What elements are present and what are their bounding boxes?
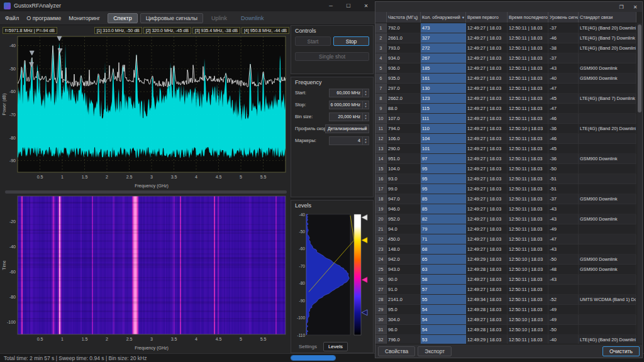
plot-splitter[interactable] xyxy=(5,190,287,194)
spinner-markers[interactable]: ▲▼ xyxy=(362,137,369,145)
cell-count: 104 xyxy=(421,134,466,143)
level-slider-white[interactable] xyxy=(362,215,367,221)
table-row[interactable]: 25943.06312:49:28 | 18.0312:50:10 | 18.0… xyxy=(375,265,636,275)
table-row[interactable]: 7297.013012:49:27 | 18.0312:50:11 | 18.0… xyxy=(375,84,636,94)
cell-first: 12:49:27 | 18.03 xyxy=(466,285,508,294)
table-row[interactable]: 11794.011012:49:27 | 18.0312:50:10 | 18.… xyxy=(375,124,636,134)
spectrum-plot[interactable]: 0.511.522.533.544.555.5-40-50-60-70-80-9… xyxy=(1,35,289,189)
cell-freq: 104.0 xyxy=(387,164,421,173)
single-shot-button[interactable]: Single shot xyxy=(295,52,369,61)
detections-table: Частота (МГц)Кол. обнаружений▼Время перв… xyxy=(375,12,642,344)
cell-num: 13 xyxy=(375,144,387,153)
field-stop[interactable]: 6 000,000 MHz▲▼ xyxy=(329,101,369,109)
table-row[interactable]: 2995.05412:49:28 | 18.0312:50:11 | 18.03… xyxy=(375,305,636,315)
table-row[interactable]: 2194.07912:49:27 | 18.0312:50:11 | 18.03… xyxy=(375,224,636,234)
column-header-first[interactable]: Время первого xyxy=(466,12,508,23)
table-row[interactable]: 10107.011112:49:27 | 18.0312:50:11 | 18.… xyxy=(375,114,636,124)
cell-standard xyxy=(579,174,636,184)
table-row[interactable]: 2791.05712:49:27 | 18.0312:50:11 | 18.03 xyxy=(375,285,636,295)
tab-digital-signals[interactable]: Цифровые сигналы xyxy=(140,13,203,23)
table-row[interactable]: 20952.08212:49:27 | 18.0312:50:11 | 18.0… xyxy=(375,214,636,224)
table-row[interactable]: 3793.027212:49:27 | 18.0312:50:11 | 18.0… xyxy=(375,43,636,53)
level-slider-blue[interactable] xyxy=(362,310,367,315)
cell-first: 12:49:29 | 18.03 xyxy=(466,335,508,344)
table-row[interactable]: 22661.032712:49:27 | 18.0312:50:11 | 18.… xyxy=(375,33,636,43)
cell-num: 7 xyxy=(375,84,387,93)
cell-freq: 450.0 xyxy=(387,234,421,244)
svg-text:2.5: 2.5 xyxy=(126,337,133,341)
menu-file[interactable]: Файл xyxy=(5,15,19,21)
field-markers[interactable]: 4▲▼ xyxy=(329,136,369,145)
maximize-button[interactable]: ☐ xyxy=(340,0,357,11)
stop-button[interactable]: Stop xyxy=(333,36,369,46)
table-row[interactable]: 30304.05412:49:27 | 18.0312:50:10 | 18.0… xyxy=(375,315,636,325)
table-row[interactable]: 5936.018512:49:27 | 18.0312:50:11 | 18.0… xyxy=(375,63,636,74)
table-scrollbar[interactable] xyxy=(636,23,642,344)
cell-freq: 2661.0 xyxy=(387,33,421,43)
table-row[interactable]: 282141.05512:49:34 | 18.0312:50:11 | 18.… xyxy=(375,295,636,305)
cell-count: 272 xyxy=(421,43,466,53)
table-row[interactable]: 23148.06812:49:27 | 18.0312:50:11 | 18.0… xyxy=(375,244,636,255)
column-header-level[interactable]: Уровень сигнала xyxy=(548,12,579,23)
table-row[interactable]: 24942.06512:49:29 | 18.0312:50:10 | 18.0… xyxy=(375,255,636,265)
table-row[interactable]: 14951.09712:49:27 | 18.0312:50:11 | 18.0… xyxy=(375,154,636,164)
cell-freq: 792.0 xyxy=(387,23,421,33)
menu-items: ФайлО программеМониторинг xyxy=(5,15,100,21)
table-row[interactable]: 1792.047312:49:27 | 18.0312:50:11 | 18.0… xyxy=(375,23,636,33)
minimize-button[interactable]: ─ xyxy=(322,0,340,11)
menu-monitoring[interactable]: Мониторинг xyxy=(69,15,100,21)
detections-titlebar[interactable]: ❐ ✕ xyxy=(375,2,642,12)
column-header-count[interactable]: Кол. обнаружений▼ xyxy=(421,12,466,23)
cell-last: 12:50:11 | 18.03 xyxy=(508,214,548,224)
spinner-start[interactable]: ▲▼ xyxy=(362,89,369,97)
cell-freq: 93.0 xyxy=(387,174,421,184)
properties-button[interactable]: Свойства xyxy=(378,346,415,356)
table-row[interactable]: 2690.05812:49:27 | 18.0312:50:11 | 18.03… xyxy=(375,275,636,285)
table-row[interactable]: 6935.016112:49:27 | 18.0312:50:11 | 18.0… xyxy=(375,74,636,84)
table-row[interactable]: 1693.09512:49:27 | 18.0312:50:11 | 18.03… xyxy=(375,174,636,184)
spinner-bin-size[interactable]: ▲▼ xyxy=(362,113,369,121)
level-slider-magenta[interactable] xyxy=(362,277,367,283)
detections-close-button[interactable]: ✕ xyxy=(628,2,642,12)
column-header-num[interactable] xyxy=(375,12,387,23)
close-button[interactable]: ✕ xyxy=(357,0,375,11)
table-row[interactable]: 1799.09512:49:27 | 18.0312:50:11 | 18.03… xyxy=(375,184,636,194)
tab-spectrum[interactable]: Спектр xyxy=(108,13,138,23)
table-row[interactable]: 19946.08512:49:27 | 18.0312:50:11 | 18.0… xyxy=(375,204,636,214)
menu-about[interactable]: О программе xyxy=(26,15,61,21)
table-row[interactable]: 32796.05312:49:29 | 18.0312:50:11 | 18.0… xyxy=(375,335,636,344)
table-row[interactable]: 13290.010112:49:27 | 18.0312:50:11 | 18.… xyxy=(375,144,636,154)
field-start[interactable]: 60,000 MHz▲▼ xyxy=(329,89,369,97)
table-row[interactable]: 15104.09512:49:27 | 18.0312:50:11 | 18.0… xyxy=(375,164,636,174)
column-header-freq[interactable]: Частота (МГц) xyxy=(387,12,421,23)
tab-levels[interactable]: Levels xyxy=(323,342,348,351)
cell-freq: 96.0 xyxy=(387,325,421,334)
levels-histogram[interactable]: -40-50-60-70-80-90-100-110 xyxy=(292,211,372,340)
field-bin-size[interactable]: 20,000 kHz▲▼ xyxy=(329,112,369,121)
table-row[interactable]: 988.011512:49:27 | 18.0312:50:11 | 18.03… xyxy=(375,104,636,114)
spinner-stop[interactable]: ▲▼ xyxy=(362,101,369,109)
tab-settings[interactable]: Settings xyxy=(294,342,322,351)
table-row[interactable]: 3196.05412:49:28 | 18.0312:50:10 | 18.03… xyxy=(375,325,636,335)
detections-maximize-button[interactable]: ❐ xyxy=(614,2,628,12)
start-button[interactable]: Start xyxy=(295,36,331,46)
cell-count: 71 xyxy=(421,234,466,244)
clear-button[interactable]: Очистить xyxy=(602,346,640,356)
field-label-bin-size: Bin size: xyxy=(295,114,329,119)
table-row[interactable]: 12106.010412:49:27 | 18.0312:50:11 | 18.… xyxy=(375,134,636,144)
cell-count: 54 xyxy=(421,325,466,334)
cell-num: 8 xyxy=(375,94,387,103)
column-header-standard[interactable]: Стандарт связи xyxy=(579,12,636,23)
table-row[interactable]: 82662.012312:49:27 | 18.0312:50:11 | 18.… xyxy=(375,94,636,104)
export-button[interactable]: Экспорт xyxy=(418,346,452,356)
table-row[interactable]: 22450.07112:49:27 | 18.0312:50:11 | 18.0… xyxy=(375,234,636,244)
waterfall-plot[interactable]: -20-40-60-80-1000.511.522.533.544.555.5T… xyxy=(1,195,289,351)
column-header-last[interactable]: Время последнего xyxy=(508,12,548,23)
field-speed-profile[interactable]: Детализированный▼ xyxy=(325,124,369,133)
sweep-progressbar xyxy=(291,355,336,361)
table-row[interactable]: 4934.026712:49:27 | 18.0312:50:11 | 18.0… xyxy=(375,53,636,63)
table-scrollbar-thumb[interactable] xyxy=(638,25,641,112)
main-titlebar[interactable]: GustoxRFAnalyzer ─ ☐ ✕ xyxy=(0,0,375,11)
level-slider-yellow[interactable] xyxy=(362,238,367,243)
table-row[interactable]: 18947.08512:49:27 | 18.0312:50:11 | 18.0… xyxy=(375,194,636,204)
